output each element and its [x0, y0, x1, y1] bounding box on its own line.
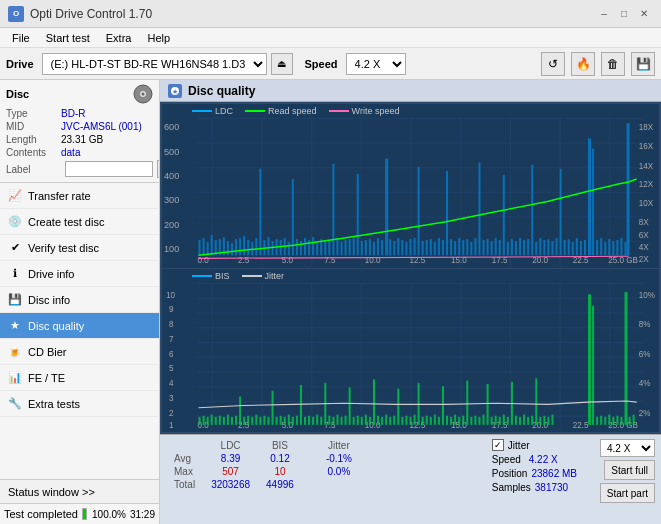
svg-rect-168 [207, 416, 209, 424]
th-empty2 [302, 439, 318, 452]
drive-select[interactable]: (E:) HL-DT-ST BD-RE WH16NS48 1.D3 [42, 53, 267, 75]
svg-rect-105 [495, 238, 497, 255]
maximize-button[interactable]: □ [615, 5, 633, 23]
start-part-button[interactable]: Start part [600, 483, 655, 503]
svg-rect-118 [547, 239, 549, 255]
svg-text:8%: 8% [639, 318, 651, 329]
svg-text:10%: 10% [639, 289, 656, 300]
svg-text:12X: 12X [639, 180, 654, 189]
sidebar-item-extra-tests[interactable]: 🔧 Extra tests [0, 391, 159, 417]
svg-rect-111 [519, 238, 521, 255]
burn-button[interactable]: 🔥 [571, 52, 595, 76]
svg-rect-265 [633, 414, 635, 424]
jitter-checkbox[interactable]: ✓ [492, 439, 504, 451]
svg-rect-132 [604, 242, 606, 255]
chart2-legend: BIS Jitter [162, 269, 659, 283]
disc-panel: Disc Type BD-R MID JVC-AMS6L (001) Lengt… [0, 80, 159, 183]
sidebar-item-disc-info[interactable]: 💾 Disc info [0, 287, 159, 313]
svg-rect-218 [409, 416, 411, 424]
menu-start-test[interactable]: Start test [38, 30, 98, 46]
svg-rect-101 [478, 163, 480, 256]
svg-rect-81 [397, 238, 399, 255]
erase-button[interactable]: 🗑 [601, 52, 625, 76]
sidebar-item-label: Verify test disc [28, 242, 99, 254]
svg-rect-204 [353, 416, 355, 424]
svg-rect-227 [446, 415, 448, 424]
svg-rect-39 [227, 241, 229, 255]
svg-rect-60 [312, 237, 314, 255]
svg-rect-215 [397, 388, 399, 424]
svg-rect-47 [259, 169, 261, 255]
read-speed-legend-line [245, 110, 265, 112]
svg-rect-106 [499, 240, 501, 255]
svg-rect-50 [272, 241, 274, 255]
svg-rect-70 [353, 238, 355, 255]
speed-current-value: 4.22 X [529, 454, 558, 465]
speed-select[interactable]: 4.2 X [346, 53, 406, 75]
menu-file[interactable]: File [4, 30, 38, 46]
sidebar-item-create-test-disc[interactable]: 💿 Create test disc [0, 209, 159, 235]
svg-rect-203 [349, 387, 351, 424]
svg-text:4: 4 [169, 377, 174, 388]
svg-rect-76 [377, 238, 379, 255]
sidebar-item-verify-test-disc[interactable]: ✔ Verify test disc [0, 235, 159, 261]
refresh-button[interactable]: ↺ [541, 52, 565, 76]
sidebar-item-cd-bier[interactable]: 🍺 CD Bier [0, 339, 159, 365]
sidebar-item-fe-te[interactable]: 📊 FE / TE [0, 365, 159, 391]
total-label: Total [166, 478, 203, 491]
svg-text:7: 7 [169, 333, 174, 344]
ldc-legend-label: LDC [215, 106, 233, 116]
mid-key: MID [6, 121, 61, 132]
progress-percent: 100.0% [91, 509, 126, 520]
svg-rect-198 [328, 415, 330, 424]
svg-rect-207 [365, 414, 367, 424]
svg-text:20.0: 20.0 [532, 256, 548, 265]
contents-key: Contents [6, 147, 61, 158]
svg-rect-95 [454, 241, 456, 255]
svg-text:9: 9 [169, 304, 174, 315]
svg-rect-49 [267, 237, 269, 255]
sidebar-item-drive-info[interactable]: ℹ Drive info [0, 261, 159, 287]
minimize-button[interactable]: – [595, 5, 613, 23]
menu-extra[interactable]: Extra [98, 30, 140, 46]
svg-rect-245 [519, 416, 521, 424]
stats-speed-select[interactable]: 4.2 X [600, 439, 655, 457]
app-title: Opti Drive Control 1.70 [30, 7, 152, 21]
svg-rect-117 [543, 240, 545, 255]
svg-rect-246 [523, 414, 525, 424]
svg-rect-82 [401, 240, 403, 255]
bis-legend-line [192, 275, 212, 277]
svg-rect-93 [446, 171, 448, 255]
quality-icon: ★ [168, 84, 182, 98]
svg-rect-178 [247, 415, 249, 424]
svg-rect-44 [247, 240, 249, 255]
start-full-button[interactable]: Start full [604, 460, 655, 480]
svg-rect-251 [543, 415, 545, 424]
svg-text:10: 10 [166, 289, 175, 300]
svg-text:100: 100 [164, 244, 179, 254]
bis-avg: 0.12 [258, 452, 302, 465]
svg-rect-257 [600, 415, 602, 424]
close-button[interactable]: ✕ [635, 5, 653, 23]
eject-button[interactable]: ⏏ [271, 53, 293, 75]
svg-rect-73 [365, 240, 367, 255]
menu-help[interactable]: Help [139, 30, 178, 46]
save-button[interactable]: 💾 [631, 52, 655, 76]
svg-rect-79 [389, 239, 391, 255]
progress-row: Test completed 100.0% 31:29 [0, 504, 159, 524]
sidebar-item-label: Disc quality [28, 320, 84, 332]
svg-rect-208 [369, 416, 371, 424]
label-input[interactable] [65, 161, 153, 177]
contents-value: data [61, 147, 80, 158]
label-key: Label [6, 164, 61, 175]
progress-bar-container [82, 508, 87, 520]
svg-rect-256 [596, 416, 598, 424]
status-window-button[interactable]: Status window >> [0, 480, 159, 504]
sidebar-item-disc-quality[interactable]: ★ Disc quality [0, 313, 159, 339]
svg-rect-88 [426, 240, 428, 255]
svg-rect-258 [604, 416, 606, 424]
sidebar-item-transfer-rate[interactable]: 📈 Transfer rate [0, 183, 159, 209]
svg-rect-176 [239, 396, 241, 424]
svg-rect-240 [499, 416, 501, 424]
status-bar: Status window >> Test completed 100.0% 3… [0, 479, 159, 524]
